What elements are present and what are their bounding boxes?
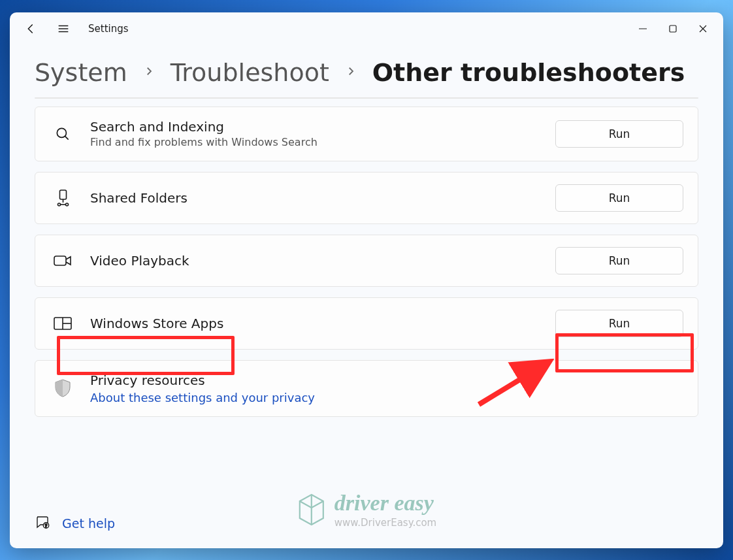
settings-window: Settings System Troubleshoot Other troub…	[10, 12, 723, 548]
svg-rect-5	[54, 256, 66, 265]
help-icon: ?	[35, 514, 50, 533]
run-button[interactable]: Run	[555, 310, 683, 337]
breadcrumb-troubleshoot[interactable]: Troubleshoot	[171, 58, 329, 87]
troubleshooter-shared-folders: Shared Folders Run	[35, 172, 698, 224]
shared-folders-icon	[50, 189, 76, 207]
troubleshooter-list: Search and Indexing Find and fix problem…	[10, 99, 723, 417]
svg-point-1	[57, 128, 66, 137]
titlebar: Settings	[10, 12, 723, 45]
menu-button[interactable]	[52, 17, 75, 41]
minimize-button[interactable]	[628, 17, 658, 41]
troubleshooter-title: Video Playback	[90, 253, 555, 269]
chevron-right-icon	[345, 63, 357, 82]
video-icon	[50, 253, 76, 269]
svg-point-3	[57, 203, 60, 206]
run-button[interactable]: Run	[555, 247, 683, 274]
search-icon	[50, 125, 76, 142]
privacy-title: Privacy resources	[90, 372, 683, 388]
troubleshooter-title: Shared Folders	[90, 190, 555, 206]
shield-icon	[50, 378, 76, 398]
svg-point-4	[65, 203, 68, 206]
troubleshooter-title: Search and Indexing	[90, 119, 555, 135]
back-button[interactable]	[19, 17, 42, 41]
breadcrumb: System Troubleshoot Other troubleshooter…	[10, 45, 723, 93]
svg-rect-0	[670, 25, 676, 32]
svg-text:?: ?	[44, 523, 47, 529]
app-title: Settings	[88, 23, 129, 35]
privacy-link[interactable]: About these settings and your privacy	[90, 391, 315, 404]
close-button[interactable]	[688, 17, 718, 41]
svg-rect-2	[59, 190, 66, 199]
watermark-url: www.DriverEasy.com	[334, 517, 436, 529]
troubleshooter-search-indexing: Search and Indexing Find and fix problem…	[35, 107, 698, 161]
troubleshooter-title: Windows Store Apps	[90, 316, 555, 331]
watermark: driver easy www.DriverEasy.com	[297, 491, 436, 529]
breadcrumb-system[interactable]: System	[35, 58, 127, 87]
privacy-resources-card: Privacy resources About these settings a…	[35, 360, 698, 417]
troubleshooter-video-playback: Video Playback Run	[35, 235, 698, 287]
run-button[interactable]: Run	[555, 184, 683, 212]
chevron-right-icon	[143, 63, 155, 82]
maximize-button[interactable]	[658, 17, 688, 41]
breadcrumb-current: Other troubleshooters	[372, 58, 685, 87]
troubleshooter-desc: Find and fix problems with Windows Searc…	[90, 136, 555, 148]
apps-icon	[50, 316, 76, 331]
get-help-link[interactable]: Get help	[62, 516, 115, 531]
run-button[interactable]: Run	[555, 120, 683, 148]
watermark-brand: driver easy	[334, 491, 436, 516]
troubleshooter-windows-store-apps: Windows Store Apps Run	[35, 297, 698, 350]
help-row: ? Get help	[35, 514, 115, 533]
